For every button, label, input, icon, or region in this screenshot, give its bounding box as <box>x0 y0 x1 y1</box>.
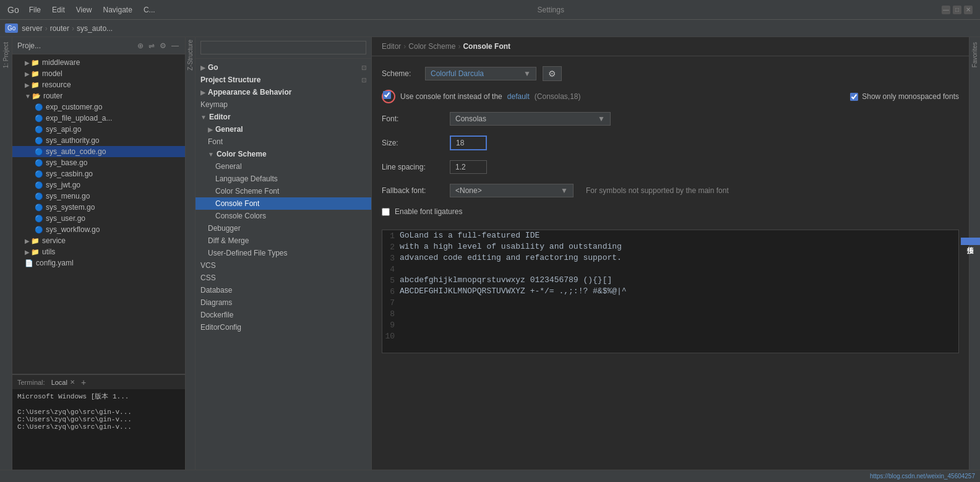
go-icon-exp-file: 🔵 <box>35 114 43 123</box>
tree-label-sys-user: sys_user.go <box>46 214 85 223</box>
size-input[interactable] <box>450 136 487 150</box>
go-icon-sys-workflow: 🔵 <box>35 226 43 234</box>
tree-sys-auto-code[interactable]: 🔵 sys_auto_code.go <box>12 146 185 157</box>
settings-editorconfig[interactable]: EditorConfig <box>196 321 371 334</box>
tree-router[interactable]: ▼ 📂 router <box>12 90 185 101</box>
tree-arrow-model: ▶ <box>25 71 30 77</box>
settings-console-colors[interactable]: Console Colors <box>196 210 371 222</box>
settings-diagrams[interactable]: Diagrams <box>196 296 371 309</box>
folder-icon-utils: 📁 <box>31 248 40 256</box>
settings-icon[interactable]: ⚙ <box>158 40 168 51</box>
settings-search-input[interactable] <box>200 41 366 54</box>
settings-dockerfile[interactable]: Dockerfile <box>196 309 371 321</box>
settings-console-font[interactable]: Console Font <box>196 197 371 210</box>
settings-css[interactable]: CSS <box>196 272 371 284</box>
line-content-5: abcdefghijklmnopqrstuvwxyz 0123456789 ()… <box>400 275 612 285</box>
scheme-label: Scheme: <box>382 69 419 78</box>
z-structure-label[interactable]: Z-Structure <box>187 40 194 71</box>
tree-label-resource: resource <box>42 80 71 89</box>
breadcrumb-sep2: › <box>458 42 460 51</box>
tree-utils[interactable]: ▶ 📁 utils <box>12 246 185 257</box>
window-title: Settings <box>160 6 942 14</box>
settings-editor[interactable]: ▼ Editor <box>196 111 371 123</box>
settings-color-scheme[interactable]: ▼ Color Scheme <box>196 148 371 160</box>
maximize-btn[interactable]: □ <box>953 6 961 14</box>
strip-project[interactable]: 1: Project <box>1 40 11 71</box>
line-spacing-input[interactable] <box>450 160 487 174</box>
scheme-select[interactable]: Colorful Darcula ▼ <box>425 67 536 80</box>
menu-navigate[interactable]: Navigate <box>98 3 137 17</box>
breadcrumb-color-scheme: Color Scheme <box>408 42 455 51</box>
sync-icon[interactable]: ⇌ <box>147 40 156 51</box>
float-upload-badge[interactable]: 拓接上传 <box>961 238 980 245</box>
tree-middleware[interactable]: ▶ 📁 middleware <box>12 57 185 68</box>
main-layout: 1: Project Proje... ⊕ ⇌ ⚙ — ▶ 📁 middlewa… <box>0 37 980 470</box>
status-url[interactable]: https://blog.csdn.net/weixin_45604257 <box>870 473 975 480</box>
use-console-font-checkbox[interactable] <box>383 91 391 99</box>
add-icon[interactable]: ⊕ <box>136 40 145 51</box>
tree-label-config: config.yaml <box>36 259 74 267</box>
project-tree: ▶ 📁 middleware ▶ 📁 model ▶ 📁 resource ▼ … <box>12 54 185 374</box>
settings-color-scheme-font[interactable]: Color Scheme Font <box>196 185 371 197</box>
go-badge: Go <box>5 24 18 33</box>
settings-go[interactable]: ▶ Go ⊡ <box>196 61 371 74</box>
menu-c[interactable]: C... <box>139 3 160 17</box>
fallback-font-select[interactable]: <None> ▼ <box>450 184 574 197</box>
tree-sys-base[interactable]: 🔵 sys_base.go <box>12 157 185 168</box>
tree-sys-workflow[interactable]: 🔵 sys_workflow.go <box>12 224 185 235</box>
menu-view[interactable]: View <box>71 3 97 17</box>
path-bar: Go server › router › sys_auto... <box>0 20 980 37</box>
tree-model[interactable]: ▶ 📁 model <box>12 68 185 79</box>
tree-config[interactable]: 📄 config.yaml <box>12 257 185 269</box>
tree-exp-file[interactable]: 🔵 exp_file_upload_a... <box>12 113 185 124</box>
left-strip: 1: Project <box>0 37 12 470</box>
settings-appearance[interactable]: ▶ Appearance & Behavior <box>196 86 371 98</box>
minimize-btn[interactable]: — <box>942 6 950 14</box>
tree-service[interactable]: ▶ 📁 service <box>12 235 185 246</box>
settings-keymap[interactable]: Keymap <box>196 98 371 111</box>
tree-sys-system[interactable]: 🔵 sys_system.go <box>12 202 185 213</box>
show-monospaced-row: Show only monospaced fonts <box>850 92 959 101</box>
tree-exp-customer[interactable]: 🔵 exp_customer.go <box>12 101 185 113</box>
close-btn[interactable]: ✕ <box>964 6 973 14</box>
path-router: router <box>50 24 69 33</box>
go-icon-sys-system: 🔵 <box>35 204 43 212</box>
settings-project-structure[interactable]: Project Structure ⊡ <box>196 74 371 86</box>
settings-general[interactable]: ▶ General <box>196 123 371 136</box>
font-select[interactable]: Consolas ▼ <box>450 112 611 126</box>
project-header: Proje... ⊕ ⇌ ⚙ — <box>12 37 185 54</box>
terminal-add-btn[interactable]: + <box>81 377 86 387</box>
fallback-font-hint: For symbols not supported by the main fo… <box>586 186 729 195</box>
settings-debugger[interactable]: Debugger <box>196 222 371 235</box>
strip-favorites[interactable]: Favorites <box>970 40 979 70</box>
minimize-tree-icon[interactable]: — <box>170 40 180 51</box>
settings-vcs[interactable]: VCS <box>196 259 371 272</box>
tree-sys-authority[interactable]: 🔵 sys_authority.go <box>12 135 185 146</box>
z-structure-strip: Z-Structure <box>186 37 196 470</box>
tree-sys-api[interactable]: 🔵 sys_api.go <box>12 124 185 135</box>
settings-language-defaults[interactable]: Language Defaults <box>196 173 371 185</box>
tree-sys-casbin[interactable]: 🔵 sys_casbin.go <box>12 168 185 179</box>
terminal-local-tab[interactable]: Local ✕ <box>51 379 75 386</box>
settings-cs-general[interactable]: General <box>196 160 371 173</box>
tree-sys-jwt[interactable]: 🔵 sys_jwt.go <box>12 179 185 191</box>
settings-diff-merge[interactable]: Diff & Merge <box>196 235 371 247</box>
terminal-close-icon[interactable]: ✕ <box>70 379 75 385</box>
show-monospaced-checkbox[interactable] <box>850 93 858 101</box>
settings-font[interactable]: Font <box>196 136 371 148</box>
settings-arrow-color-scheme: ▼ <box>208 151 214 158</box>
folder-icon-router: 📂 <box>32 92 41 100</box>
tree-sys-user[interactable]: 🔵 sys_user.go <box>12 213 185 224</box>
preview-line-3: 3 advanced code editing and refactoring … <box>382 252 958 264</box>
preview-line-4: 4 <box>382 264 958 275</box>
settings-user-defined[interactable]: User-Defined File Types <box>196 247 371 259</box>
tree-resource[interactable]: ▶ 📁 resource <box>12 79 185 90</box>
scheme-gear-btn[interactable]: ⚙ <box>543 66 562 81</box>
tree-sys-menu[interactable]: 🔵 sys_menu.go <box>12 191 185 202</box>
default-font-link[interactable]: default <box>507 92 530 101</box>
tree-label-utils: utils <box>42 247 55 256</box>
menu-file[interactable]: File <box>24 3 46 17</box>
menu-edit[interactable]: Edit <box>47 3 70 17</box>
settings-database[interactable]: Database <box>196 284 371 296</box>
enable-ligatures-checkbox[interactable] <box>382 208 390 216</box>
